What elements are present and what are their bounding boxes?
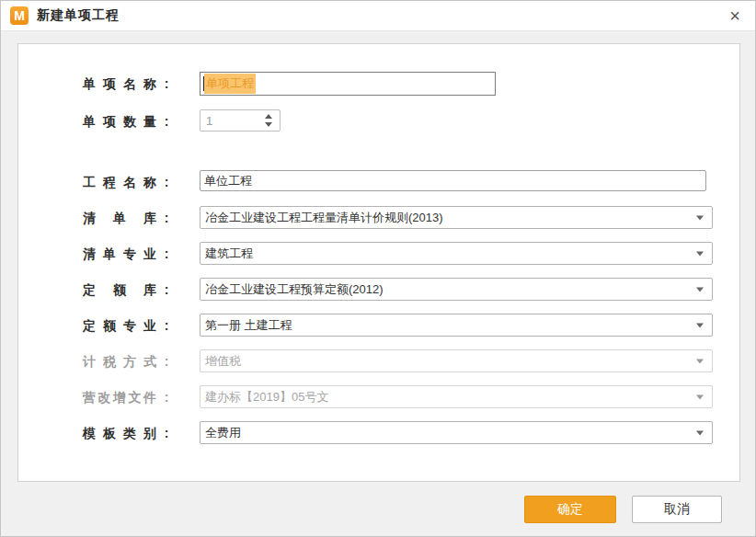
quota-library-colon: :: [158, 283, 175, 296]
item-count-colon: :: [158, 115, 175, 128]
quota-specialty-select[interactable]: 第一册 土建工程: [200, 314, 713, 337]
dialog-titlebar: M 新建单项工程 ×: [1, 1, 755, 31]
list-library-value: 冶金工业建设工程工程量清单计价规则(2013): [205, 210, 443, 226]
project-name-colon: :: [158, 176, 175, 189]
item-count-stepper[interactable]: 1: [200, 109, 281, 131]
chevron-down-icon: [696, 394, 704, 399]
chevron-down-icon: [696, 251, 704, 256]
list-library-select[interactable]: 冶金工业建设工程工程量清单计价规则(2013): [200, 206, 713, 229]
item-name-input[interactable]: 单项工程: [200, 72, 496, 96]
template-category-colon: :: [158, 427, 175, 440]
quota-specialty-value: 第一册 土建工程: [205, 317, 292, 334]
item-count-label: 单项数量: [83, 115, 156, 128]
tax-method-label: 计税方式: [83, 355, 156, 368]
form-panel: 单项名称 : 单项工程 单项数量 : 1 工程名称 :: [17, 43, 740, 482]
list-specialty-label: 清单专业: [83, 247, 156, 260]
dialog-title: 新建单项工程: [37, 7, 120, 24]
vat-document-value: 建办标【2019】05号文: [205, 389, 328, 406]
item-name-label: 单项名称: [83, 77, 156, 90]
field-row-item-count: 单项数量 : 1: [18, 109, 739, 133]
quota-specialty-label: 定额专业: [83, 319, 156, 332]
list-specialty-select[interactable]: 建筑工程: [200, 242, 713, 265]
chevron-down-icon: [696, 359, 704, 363]
quota-library-select[interactable]: 冶金工业建设工程预算定额(2012): [200, 278, 713, 301]
list-specialty-colon: :: [158, 247, 175, 260]
chevron-down-icon: [696, 323, 704, 327]
quota-library-value: 冶金工业建设工程预算定额(2012): [205, 281, 384, 298]
spinner-down-icon[interactable]: [265, 122, 272, 127]
tax-method-colon: :: [158, 355, 175, 368]
field-row-list-library: 清 单 库 : 冶金工业建设工程工程量清单计价规则(2013): [18, 206, 739, 230]
selected-text: 单项工程: [204, 74, 256, 94]
chevron-down-icon: [696, 430, 704, 435]
ok-button[interactable]: 确定: [524, 496, 616, 523]
item-count-value: 1: [200, 114, 212, 128]
field-row-quota-library: 定 额 库 : 冶金工业建设工程预算定额(2012): [18, 278, 739, 302]
list-library-colon: :: [158, 211, 175, 224]
quota-specialty-colon: :: [158, 319, 175, 332]
field-row-project-name: 工程名称 :: [18, 170, 739, 194]
field-row-quota-specialty: 定额专业 : 第一册 土建工程: [18, 314, 739, 337]
list-specialty-value: 建筑工程: [205, 246, 253, 262]
template-category-label: 模板类别: [83, 427, 156, 440]
project-name-label: 工程名称: [83, 176, 156, 189]
tax-method-select: 增值税: [200, 349, 713, 372]
template-category-value: 全费用: [205, 425, 241, 441]
template-category-select[interactable]: 全费用: [200, 421, 713, 444]
project-name-input[interactable]: [200, 170, 706, 191]
close-icon[interactable]: ×: [720, 1, 750, 30]
vat-document-label: 营改增文件: [83, 391, 156, 404]
field-row-item-name: 单项名称 : 单项工程: [18, 72, 739, 96]
vat-document-colon: :: [158, 391, 175, 404]
cancel-button[interactable]: 取消: [632, 496, 722, 523]
spinner-up-icon[interactable]: [265, 114, 272, 119]
field-row-list-specialty: 清单专业 : 建筑工程: [18, 242, 739, 266]
chevron-down-icon: [696, 215, 704, 220]
quota-library-label: 定 额 库: [83, 283, 156, 296]
vat-document-select: 建办标【2019】05号文: [200, 385, 713, 408]
field-row-vat-document: 营改增文件 : 建办标【2019】05号文: [18, 385, 739, 409]
app-logo-icon: M: [10, 6, 29, 25]
item-name-colon: :: [158, 77, 175, 90]
field-row-template-category: 模板类别 : 全费用: [18, 421, 739, 445]
chevron-down-icon: [696, 287, 704, 291]
tax-method-value: 增值税: [205, 353, 241, 370]
new-single-project-dialog: M 新建单项工程 × 单项名称 : 单项工程 单项数量 : 1: [0, 0, 756, 537]
list-library-label: 清 单 库: [83, 211, 156, 224]
field-row-tax-method: 计税方式 : 增值税: [18, 349, 739, 373]
